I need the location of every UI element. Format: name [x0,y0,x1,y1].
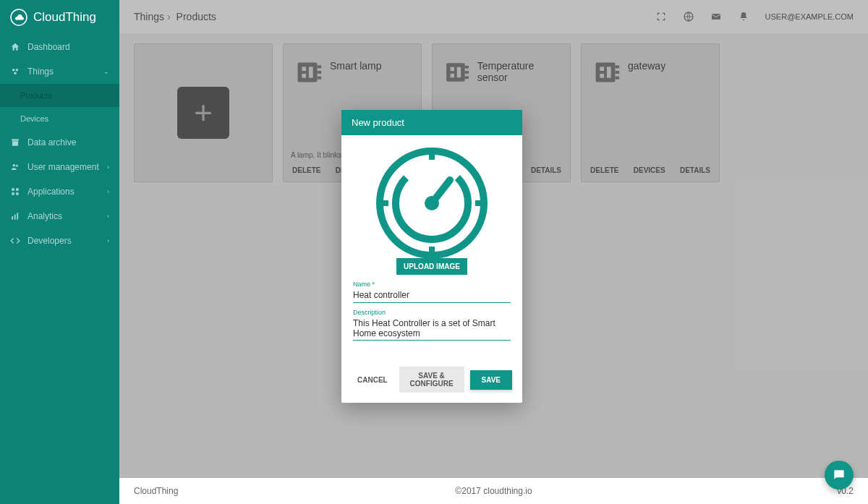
users-icon [10,162,20,172]
svg-rect-12 [12,216,13,220]
chat-fab[interactable] [825,461,854,490]
brand-name: CloudThing [33,10,96,25]
sidebar-item-label: Developers [27,236,72,246]
sidebar-item-label: Things [27,67,54,77]
logo-icon [10,9,27,26]
svg-point-3 [14,72,17,75]
sidebar-item-things[interactable]: Things ⌄ [0,59,119,84]
svg-rect-5 [12,141,18,145]
svg-rect-4 [12,139,18,140]
archive-icon [10,137,20,148]
footer-brand: CloudThing [134,486,178,496]
apps-icon [10,187,20,197]
chevron-right-icon: › [107,163,109,171]
chevron-down-icon: ⌄ [103,68,109,75]
upload-image-button[interactable]: UPLOAD IMAGE [396,258,467,275]
chevron-right-icon: › [107,213,109,220]
svg-rect-46 [475,200,484,206]
sidebar-item-label: Products [20,91,51,100]
chevron-right-icon: › [107,188,109,195]
sidebar-item-data-archive[interactable]: Data archive [0,130,119,155]
sidebar-item-applications[interactable]: Applications › [0,179,119,204]
chevron-right-icon: › [107,237,109,244]
chat-icon [832,468,846,482]
name-field-label: Name * [353,281,511,288]
svg-rect-14 [17,213,18,219]
footer-copyright: ©2017 cloudthing.io [455,486,532,496]
svg-rect-9 [16,188,19,191]
svg-rect-44 [429,247,435,255]
sidebar-item-user-management[interactable]: User management › [0,155,119,179]
sidebar-item-label: Devices [20,114,48,123]
sidebar-item-label: Applications [27,187,75,197]
sidebar-item-dashboard[interactable]: Dashboard [0,35,119,59]
svg-rect-11 [16,192,19,195]
code-icon [10,236,20,246]
cancel-button[interactable]: CANCEL [352,371,393,389]
sidebar-item-label: Data archive [27,137,76,148]
description-input[interactable] [353,316,511,341]
save-button[interactable]: SAVE [470,370,513,390]
svg-rect-8 [12,188,14,191]
footer: CloudThing ©2017 cloudthing.io v0.2 [119,478,868,504]
description-field-label: Description [353,309,511,316]
sidebar-item-label: Dashboard [27,42,70,52]
gauge-icon [374,145,490,261]
product-image-preview [353,142,511,262]
things-icon [10,67,20,77]
save-configure-button[interactable]: SAVE & CONFIGURE [399,367,464,393]
sidebar-item-devices[interactable]: Devices [0,107,119,130]
sidebar-item-label: User management [27,162,99,172]
svg-rect-45 [380,200,388,206]
sidebar-item-analytics[interactable]: Analytics › [0,204,119,228]
svg-line-42 [432,180,450,203]
modal-title: New product [341,110,522,135]
svg-rect-13 [14,215,16,220]
svg-point-1 [12,69,15,72]
svg-point-6 [13,164,16,167]
svg-rect-43 [429,151,435,160]
new-product-modal: New product UPLOAD IMAGE Name * Descript… [341,110,522,403]
svg-point-2 [16,69,18,72]
sidebar-item-developers[interactable]: Developers › [0,228,119,253]
sidebar-item-products[interactable]: Products [0,84,119,107]
home-icon [10,42,20,52]
sidebar-item-label: Analytics [27,211,62,221]
svg-point-7 [16,165,18,167]
svg-rect-10 [12,192,14,195]
sidebar: CloudThing Dashboard Things ⌄ Products D… [0,0,119,504]
name-input[interactable] [353,288,511,303]
analytics-icon [10,211,20,221]
logo: CloudThing [0,0,119,35]
